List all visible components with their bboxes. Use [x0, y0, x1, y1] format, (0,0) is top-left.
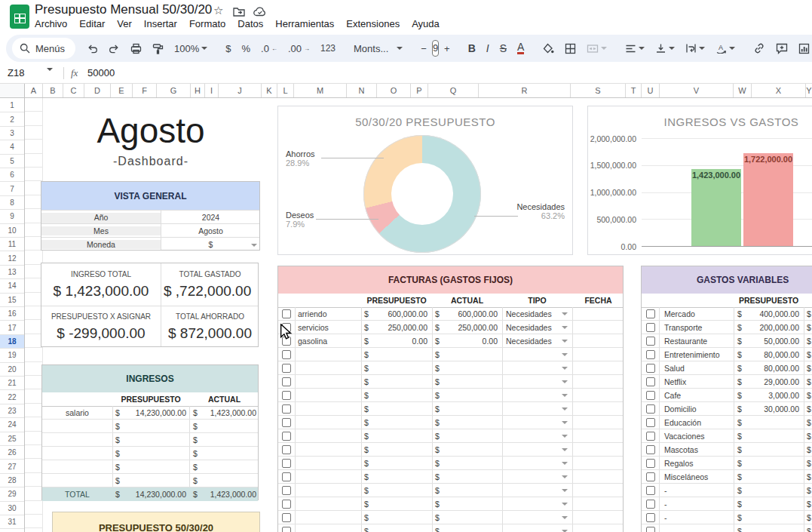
bar-chart-panel[interactable]: INGRESOS VS GASTOS 2,000,000.001,500,000…: [587, 106, 812, 255]
undo-button[interactable]: [81, 43, 103, 54]
column-header-O[interactable]: O: [377, 84, 411, 97]
row-header-16[interactable]: 16: [0, 307, 24, 321]
facturas-row[interactable]: gasolina$0.00$0.00Necesidades: [278, 334, 623, 348]
ingresos-name-cell[interactable]: salario: [42, 408, 112, 417]
facturas-name-cell[interactable]: gasolina: [298, 337, 327, 346]
gastos-name-cell[interactable]: -: [664, 486, 667, 495]
facturas-col-header[interactable]: PRESUPUESTO: [361, 294, 432, 307]
column-header-H[interactable]: H: [191, 84, 205, 97]
summary-label[interactable]: PRESUPUESTO X ASIGNAR: [41, 312, 161, 321]
row-header-17[interactable]: 17: [0, 321, 24, 334]
row-checkbox[interactable]: [282, 486, 291, 495]
row-checkbox[interactable]: [282, 527, 291, 532]
row-checkbox[interactable]: [646, 432, 655, 441]
gastos-row[interactable]: Cafe$3,000.00$: [642, 389, 812, 402]
row-checkbox[interactable]: [646, 337, 655, 346]
column-header-W[interactable]: W: [734, 84, 752, 97]
tipo-dropdown-icon[interactable]: [562, 516, 568, 519]
facturas-col-header[interactable]: ACTUAL: [432, 294, 502, 307]
currency-select[interactable]: $: [161, 240, 261, 249]
facturas-row[interactable]: $$: [278, 484, 623, 497]
menu-herramientas[interactable]: Herramientas: [269, 17, 340, 31]
column-header-L[interactable]: L: [277, 84, 294, 97]
facturas-tipo-cell[interactable]: Necesidades: [506, 323, 552, 332]
row-checkbox[interactable]: [646, 445, 655, 454]
decrease-decimal-button[interactable]: .0←: [256, 43, 283, 54]
presupuesto-503020-table[interactable]: PRESUPUESTO 50/30/20: [52, 512, 260, 532]
gastos-row[interactable]: Educación$$: [642, 416, 812, 429]
row-checkbox[interactable]: [646, 472, 655, 481]
gastos-name-cell[interactable]: Cafe: [664, 391, 681, 400]
zoom-control[interactable]: 100%: [169, 43, 213, 54]
ingresos-row[interactable]: $$: [42, 447, 258, 460]
facturas-row[interactable]: $$: [278, 402, 623, 416]
vista-row-label[interactable]: Año: [41, 213, 161, 223]
gastos-presupuesto-cell[interactable]: 200,000.00: [741, 323, 799, 332]
row-checkbox[interactable]: [282, 391, 291, 400]
facturas-actual-cell[interactable]: 0.00: [440, 337, 498, 346]
gastos-row[interactable]: Mercado$400,000.00$: [642, 307, 812, 321]
gastos-name-cell[interactable]: -: [664, 500, 667, 509]
row-header-13[interactable]: 13: [0, 266, 24, 279]
row-checkbox[interactable]: [282, 364, 291, 373]
vista-row-value[interactable]: Agosto: [161, 226, 261, 235]
ingresos-total-row[interactable]: TOTAL $ 14,230,000.00 $ 1,423,000.00: [42, 487, 258, 501]
gastos-presupuesto-cell[interactable]: 29,000.00: [741, 377, 799, 386]
vertical-align-button[interactable]: [650, 43, 680, 54]
gastos-name-cell[interactable]: Salud: [664, 364, 685, 373]
search-menus-button[interactable]: Menús: [12, 38, 75, 59]
facturas-name-cell[interactable]: arriendo: [298, 309, 327, 318]
gastos-row[interactable]: Misceláneos$$: [642, 470, 812, 484]
chevron-down-icon[interactable]: [251, 244, 257, 247]
facturas-row[interactable]: $$: [278, 470, 623, 484]
row-header-3[interactable]: 3: [0, 127, 24, 140]
tipo-dropdown-icon[interactable]: [562, 367, 568, 370]
row-header-28[interactable]: 28: [0, 474, 24, 487]
row-header-4[interactable]: 4: [0, 140, 24, 154]
row-header-2[interactable]: 2: [0, 112, 24, 126]
row-checkbox[interactable]: [282, 418, 291, 427]
tipo-dropdown-icon[interactable]: [562, 503, 568, 506]
column-header-P[interactable]: P: [411, 84, 428, 97]
row-header-26[interactable]: 26: [0, 446, 24, 460]
text-color-button[interactable]: A: [512, 42, 529, 54]
facturas-tipo-cell[interactable]: Necesidades: [506, 337, 552, 346]
gastos-name-cell[interactable]: -: [664, 527, 667, 532]
facturas-row[interactable]: $$: [278, 524, 623, 532]
ingresos-row[interactable]: $$: [42, 474, 258, 487]
gastos-row[interactable]: Vacaciones$$: [642, 429, 812, 443]
menu-archivo[interactable]: Archivo: [29, 17, 73, 31]
facturas-tipo-cell[interactable]: Necesidades: [506, 309, 552, 318]
increase-decimal-button[interactable]: .00→: [283, 43, 315, 54]
row-header-12[interactable]: 12: [0, 251, 24, 265]
tipo-dropdown-icon[interactable]: [562, 326, 568, 329]
gastos-row[interactable]: Domicilio$30,000.00$: [642, 402, 812, 416]
facturas-row[interactable]: $$: [278, 429, 623, 443]
menu-editar[interactable]: Editar: [73, 17, 111, 31]
gastos-name-cell[interactable]: Domicilio: [664, 404, 697, 414]
text-rotation-button[interactable]: A: [710, 43, 740, 54]
gastos-row[interactable]: Netflix$29,000.00$: [642, 375, 812, 389]
facturas-row[interactable]: $$: [278, 389, 623, 402]
ingresos-title[interactable]: INGRESOS: [42, 365, 258, 392]
row-header-21[interactable]: 21: [0, 377, 24, 390]
row-header-1[interactable]: 1: [0, 99, 24, 112]
facturas-actual-cell[interactable]: 250,000.00: [440, 323, 498, 332]
increase-font-button[interactable]: +: [439, 43, 455, 54]
print-button[interactable]: [125, 43, 147, 54]
tipo-dropdown-icon[interactable]: [562, 312, 568, 315]
gastos-name-cell[interactable]: Educación: [664, 418, 701, 427]
tipo-dropdown-icon[interactable]: [562, 421, 568, 424]
facturas-row[interactable]: $$: [278, 497, 623, 511]
gastos-presupuesto-cell[interactable]: 30,000.00: [741, 404, 799, 414]
tipo-dropdown-icon[interactable]: [562, 462, 568, 465]
row-checkbox[interactable]: [282, 377, 291, 386]
column-header-C[interactable]: C: [63, 84, 84, 97]
donut-chart-panel[interactable]: 50/30/20 PRESUPUESTO Ahorros 28.9% Deseo…: [277, 106, 573, 255]
summary-value[interactable]: $ 1,423,000.00: [41, 283, 161, 300]
insert-comment-button[interactable]: [771, 43, 793, 54]
row-checkbox[interactable]: [646, 404, 655, 414]
menu-ayuda[interactable]: Ayuda: [406, 17, 446, 31]
facturas-presupuesto-cell[interactable]: 250,000.00: [369, 323, 427, 332]
vista-row-value[interactable]: 2024: [161, 213, 261, 222]
